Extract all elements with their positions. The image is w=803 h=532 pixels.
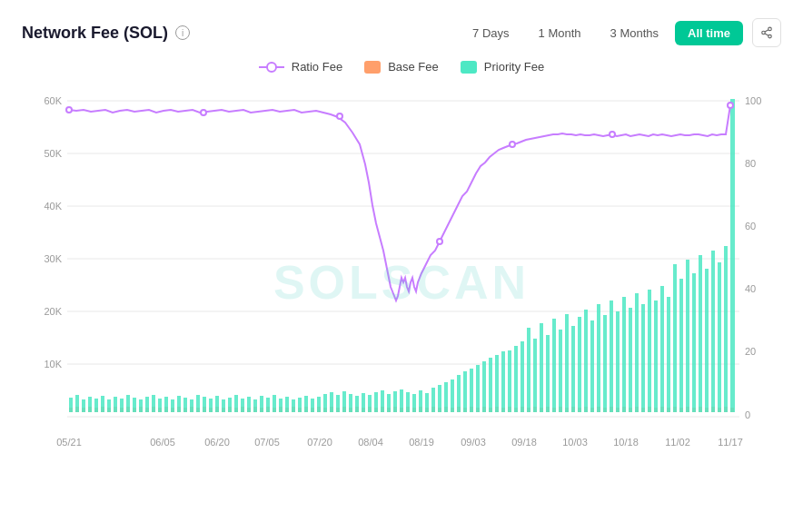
svg-rect-137 bbox=[120, 399, 124, 412]
svg-rect-182 bbox=[406, 392, 410, 412]
svg-text:08/19: 08/19 bbox=[409, 437, 434, 448]
svg-rect-223 bbox=[667, 297, 670, 412]
svg-rect-214 bbox=[610, 300, 613, 412]
svg-rect-198 bbox=[508, 350, 511, 412]
svg-point-234 bbox=[66, 107, 72, 113]
svg-text:60K: 60K bbox=[44, 95, 62, 106]
share-button[interactable] bbox=[752, 18, 781, 47]
btn-3months[interactable]: 3 Months bbox=[598, 21, 671, 45]
svg-rect-154 bbox=[228, 398, 232, 412]
svg-rect-134 bbox=[101, 396, 104, 412]
svg-text:100: 100 bbox=[745, 95, 761, 106]
priority-label: Priority Fee bbox=[484, 60, 544, 74]
svg-rect-129 bbox=[69, 398, 73, 412]
title-group: Network Fee (SOL) i bbox=[22, 24, 190, 43]
svg-rect-216 bbox=[622, 297, 626, 412]
svg-rect-180 bbox=[393, 391, 397, 412]
svg-rect-209 bbox=[578, 317, 581, 412]
svg-text:07/20: 07/20 bbox=[307, 437, 332, 448]
svg-rect-166 bbox=[304, 396, 308, 412]
svg-rect-172 bbox=[342, 391, 346, 412]
svg-rect-173 bbox=[349, 394, 352, 412]
btn-7days[interactable]: 7 Days bbox=[460, 21, 521, 45]
svg-rect-153 bbox=[222, 399, 225, 412]
svg-point-238 bbox=[510, 142, 515, 147]
svg-rect-227 bbox=[692, 273, 696, 412]
btn-1month[interactable]: 1 Month bbox=[526, 21, 594, 45]
svg-rect-177 bbox=[374, 392, 378, 412]
svg-rect-200 bbox=[520, 341, 524, 412]
svg-rect-175 bbox=[362, 393, 365, 412]
svg-rect-222 bbox=[660, 286, 664, 412]
svg-point-240 bbox=[728, 103, 733, 108]
svg-rect-145 bbox=[171, 399, 174, 412]
time-controls: 7 Days 1 Month 3 Months All time bbox=[460, 18, 781, 47]
chart-legend: Ratio Fee Base Fee Priority Fee bbox=[22, 60, 781, 74]
svg-rect-206 bbox=[559, 330, 562, 412]
svg-rect-228 bbox=[699, 255, 702, 412]
svg-rect-130 bbox=[75, 395, 79, 412]
svg-rect-192 bbox=[470, 369, 473, 412]
svg-point-235 bbox=[201, 110, 206, 115]
svg-rect-142 bbox=[152, 395, 155, 412]
svg-rect-131 bbox=[82, 399, 85, 412]
svg-rect-202 bbox=[533, 339, 537, 412]
svg-rect-147 bbox=[183, 398, 187, 412]
svg-rect-133 bbox=[94, 399, 98, 412]
svg-rect-217 bbox=[629, 308, 632, 412]
svg-rect-218 bbox=[635, 293, 639, 412]
svg-rect-233 bbox=[730, 99, 735, 412]
svg-rect-165 bbox=[298, 398, 302, 412]
svg-rect-188 bbox=[444, 382, 448, 412]
svg-rect-159 bbox=[260, 396, 263, 412]
svg-rect-148 bbox=[190, 399, 193, 412]
svg-rect-161 bbox=[273, 395, 276, 412]
svg-rect-141 bbox=[145, 397, 149, 412]
svg-rect-168 bbox=[317, 397, 321, 412]
svg-rect-199 bbox=[514, 346, 518, 412]
svg-rect-146 bbox=[177, 396, 181, 412]
svg-rect-183 bbox=[412, 394, 416, 412]
info-icon[interactable]: i bbox=[175, 25, 190, 40]
svg-text:10K: 10K bbox=[44, 359, 62, 369]
svg-point-1 bbox=[762, 31, 766, 34]
svg-text:60: 60 bbox=[745, 221, 756, 232]
svg-text:30K: 30K bbox=[44, 253, 62, 264]
svg-rect-174 bbox=[355, 396, 359, 412]
svg-rect-205 bbox=[552, 319, 556, 412]
chart-area: SOLSCAN 60K 50K 40K 30K 20K 10K 100 80 6… bbox=[22, 83, 781, 482]
chart-title: Network Fee (SOL) bbox=[22, 24, 168, 43]
svg-rect-160 bbox=[266, 398, 270, 412]
legend-priority: Priority Fee bbox=[461, 60, 544, 74]
btn-alltime[interactable]: All time bbox=[675, 21, 743, 45]
svg-rect-132 bbox=[88, 397, 92, 412]
page-container: Network Fee (SOL) i 7 Days 1 Month 3 Mon… bbox=[0, 0, 803, 532]
svg-rect-169 bbox=[323, 394, 327, 412]
svg-rect-143 bbox=[158, 399, 162, 412]
svg-rect-139 bbox=[133, 398, 136, 412]
svg-rect-189 bbox=[451, 379, 454, 412]
svg-rect-193 bbox=[476, 365, 480, 412]
svg-rect-156 bbox=[241, 399, 244, 412]
svg-rect-135 bbox=[107, 399, 111, 412]
svg-text:09/03: 09/03 bbox=[461, 437, 486, 448]
ratio-label: Ratio Fee bbox=[292, 60, 342, 74]
svg-rect-231 bbox=[718, 262, 721, 412]
ratio-line-icon bbox=[259, 66, 284, 68]
svg-point-237 bbox=[437, 239, 442, 244]
svg-rect-176 bbox=[368, 395, 372, 412]
svg-text:11/17: 11/17 bbox=[718, 437, 743, 448]
svg-rect-220 bbox=[648, 290, 651, 412]
base-label: Base Fee bbox=[388, 60, 439, 74]
svg-rect-185 bbox=[425, 393, 429, 412]
svg-text:50K: 50K bbox=[44, 148, 62, 159]
svg-rect-151 bbox=[209, 399, 213, 412]
svg-rect-219 bbox=[641, 304, 645, 412]
svg-rect-201 bbox=[527, 328, 530, 412]
svg-rect-208 bbox=[571, 326, 575, 412]
svg-rect-167 bbox=[311, 399, 314, 412]
svg-rect-197 bbox=[501, 351, 505, 412]
svg-rect-184 bbox=[419, 390, 422, 412]
priority-swatch-icon bbox=[461, 61, 477, 74]
legend-ratio: Ratio Fee bbox=[259, 60, 342, 74]
